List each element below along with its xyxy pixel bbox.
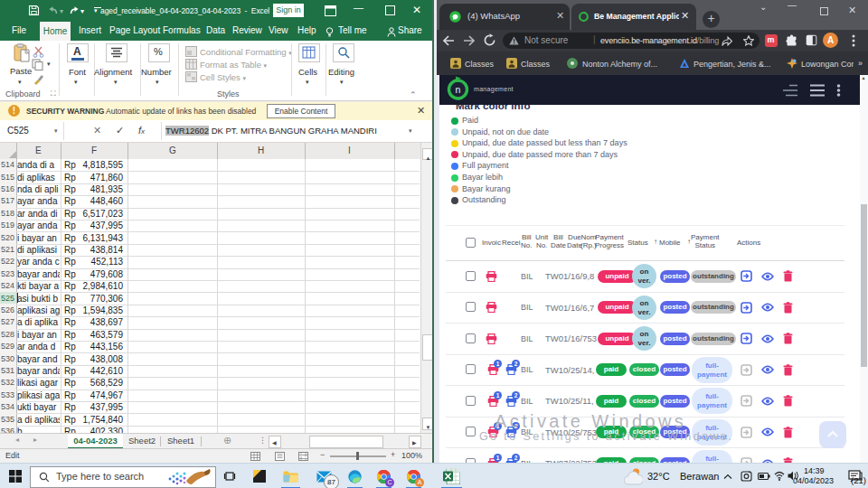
svg-text:n: n [456, 84, 461, 95]
